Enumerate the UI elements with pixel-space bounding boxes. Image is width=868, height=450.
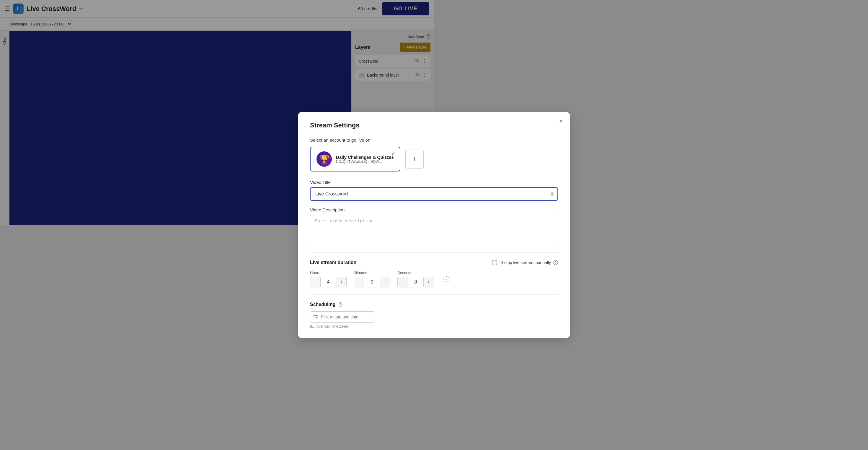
stream-settings-modal: Stream Settings × Select an account to g… [298, 112, 434, 225]
modal-overlay: Stream Settings × Select an account to g… [0, 0, 434, 225]
title-input-wrapper: ⊗ [310, 187, 434, 201]
account-card[interactable]: 🏆 Daily Challenges & Quizzes UCzQstTvWwt… [310, 147, 400, 171]
modal-title: Stream Settings [310, 121, 434, 129]
accounts-row: 🏆 Daily Challenges & Quizzes UCzQstTvWwt… [310, 147, 434, 171]
video-title-input[interactable] [310, 187, 434, 201]
account-name: Daily Challenges & Quizzes [336, 154, 394, 160]
video-desc-group: Video Description [310, 207, 434, 225]
add-account-button[interactable]: + [405, 149, 424, 169]
select-account-label: Select an account to go live on [310, 138, 434, 142]
account-info: Daily Challenges & Quizzes UCzQstTvWwttz… [336, 154, 394, 164]
account-id: UCzQstTvWwttzie​QqtHQW... [336, 160, 394, 164]
video-desc-label: Video Description [310, 207, 434, 212]
account-check-icon: ✓ [391, 150, 396, 157]
account-avatar: 🏆 [316, 151, 332, 167]
video-title-label: Video Title [310, 180, 434, 185]
video-desc-textarea[interactable] [310, 215, 434, 225]
video-title-group: Video Title ⊗ [310, 180, 434, 201]
